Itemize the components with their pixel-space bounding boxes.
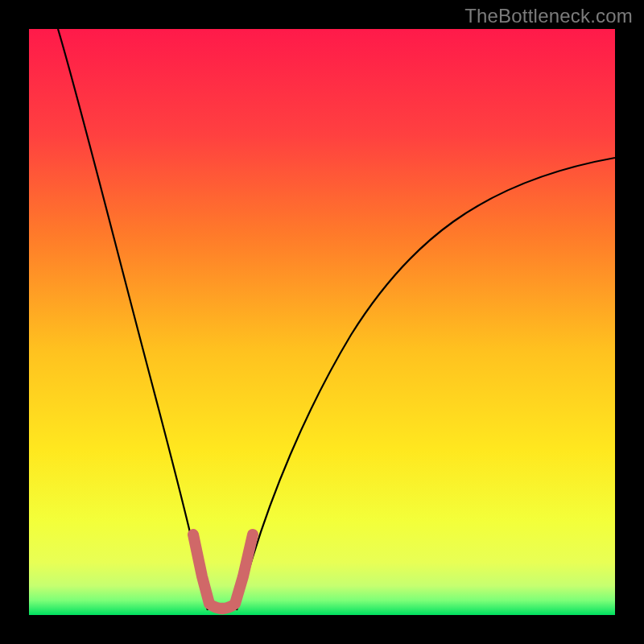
gradient-background [29,29,615,615]
chart-frame: TheBottleneck.com [0,0,644,644]
watermark-text: TheBottleneck.com [464,5,633,27]
plot-svg [29,29,615,615]
plot-area [29,29,615,615]
